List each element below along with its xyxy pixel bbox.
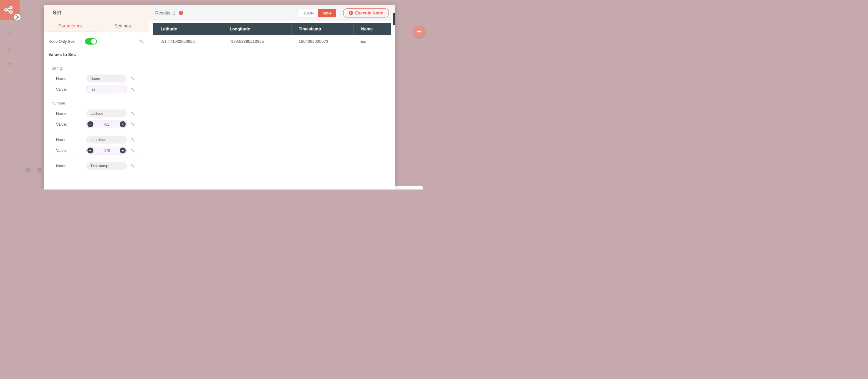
table-header-row: Latitude Longitude Timestamp Name	[153, 23, 391, 35]
field-label: Value:	[56, 87, 83, 92]
increment-button[interactable]: +	[120, 148, 126, 154]
number-name-row: Name:	[49, 108, 144, 119]
node-edit-modal: Set Parameters Settings Keep Only Set: V…	[44, 5, 395, 189]
stepper-value: -51	[104, 122, 109, 127]
svg-point-19	[133, 124, 134, 126]
svg-point-0	[5, 9, 7, 11]
gear-icon[interactable]	[130, 87, 135, 92]
number-value-stepper[interactable]: − -51 +	[86, 121, 127, 128]
number-value-stepper[interactable]: − -179 +	[86, 147, 127, 155]
string-name-input[interactable]	[86, 75, 127, 83]
svg-rect-3	[9, 31, 10, 32]
increment-button[interactable]: +	[120, 121, 126, 127]
cell-name: iss	[353, 35, 391, 48]
number-name-input[interactable]	[86, 162, 127, 170]
number-value-row: Value: − -51 +	[49, 119, 144, 130]
view-table-button[interactable]: Table	[318, 9, 336, 17]
values-to-set-label: Values to Set:	[49, 52, 144, 60]
divider	[54, 132, 144, 132]
svg-rect-5	[11, 34, 12, 35]
field-label: Name:	[56, 137, 83, 142]
node-title: Set	[44, 9, 149, 20]
zoom-in-button[interactable]	[24, 166, 33, 175]
panel-tabs: Parameters Settings	[44, 20, 149, 32]
svg-point-22	[131, 149, 133, 150]
cell-timestamp: 1604392020073	[291, 35, 353, 48]
gear-icon[interactable]	[130, 122, 135, 127]
expand-sidebar-button[interactable]	[14, 14, 21, 21]
results-table: Latitude Longitude Timestamp Name -51.47…	[153, 23, 391, 48]
number-name-row: Name:	[49, 161, 144, 171]
tab-parameters[interactable]: Parameters	[44, 20, 96, 32]
svg-point-21	[133, 140, 134, 141]
workflow-icon[interactable]	[7, 30, 13, 36]
executions-icon[interactable]	[7, 62, 13, 67]
field-label: Value:	[56, 148, 83, 153]
help-icon[interactable]: ?	[7, 78, 13, 84]
svg-point-23	[133, 151, 134, 152]
tab-settings[interactable]: Settings	[96, 20, 149, 32]
credentials-icon[interactable]	[7, 46, 13, 52]
col-latitude: Latitude	[153, 23, 222, 35]
keep-only-set-label: Keep Only Set:	[49, 39, 75, 44]
zoom-controls	[24, 166, 44, 175]
gear-icon[interactable]	[139, 39, 144, 44]
number-value-row: Value: − -179 +	[49, 145, 144, 156]
number-section-label: Number:	[52, 101, 144, 108]
execute-label: Execute Node	[355, 10, 383, 15]
svg-point-24	[131, 164, 133, 166]
divider	[54, 158, 144, 158]
parameters-panel: Set Parameters Settings Keep Only Set: V…	[44, 5, 149, 189]
stepper-value: -179	[103, 149, 110, 153]
svg-point-17	[133, 114, 134, 115]
svg-point-10	[140, 40, 141, 41]
svg-point-1	[10, 6, 12, 9]
cell-latitude: -51.471032950925	[153, 35, 222, 48]
view-toggle: JSON Table	[299, 9, 336, 18]
string-section-label: String:	[52, 66, 144, 73]
svg-point-2	[10, 11, 12, 13]
table-row: -51.471032950925 -179.58365213365 160439…	[153, 35, 391, 48]
gear-icon[interactable]	[130, 137, 135, 143]
results-panel: Results: 1 i JSON Table Execute Node Lat…	[149, 5, 395, 189]
string-value-input[interactable]	[86, 86, 127, 93]
execute-node-button[interactable]: Execute Node	[343, 8, 389, 18]
cell-longitude: -179.58365213365	[222, 35, 291, 48]
svg-point-18	[131, 123, 133, 124]
svg-point-13	[133, 78, 134, 80]
app-logo[interactable]	[0, 0, 20, 20]
number-name-input[interactable]	[86, 136, 127, 144]
field-label: Value:	[56, 122, 83, 127]
field-label: Name:	[56, 164, 83, 168]
play-icon	[349, 11, 353, 15]
add-node-button[interactable]	[413, 26, 425, 37]
number-name-row: Name:	[49, 134, 144, 145]
params-body: Keep Only Set: Values to Set: String: Na…	[44, 32, 149, 189]
left-rail: ?	[0, 0, 20, 189]
svg-point-20	[131, 138, 133, 139]
decrement-button[interactable]: −	[87, 121, 93, 127]
view-json-button[interactable]: JSON	[299, 9, 318, 17]
zoom-out-button[interactable]	[36, 166, 44, 175]
number-name-input[interactable]	[86, 110, 127, 118]
field-label: Name:	[56, 111, 83, 116]
info-icon[interactable]: i	[179, 11, 183, 15]
results-bar: Results: 1 i JSON Table Execute Node	[149, 5, 395, 21]
close-button[interactable]	[393, 13, 395, 25]
keep-only-set-row: Keep Only Set:	[49, 37, 144, 46]
svg-point-25	[133, 166, 134, 167]
keep-only-set-toggle[interactable]	[85, 38, 97, 44]
gear-icon[interactable]	[130, 76, 135, 81]
gear-icon[interactable]	[130, 111, 135, 116]
gear-icon[interactable]	[130, 163, 135, 169]
svg-point-14	[131, 88, 133, 89]
panel-header: Set Parameters Settings	[44, 5, 149, 32]
svg-point-16	[131, 112, 133, 113]
string-value-row: Value:	[49, 84, 144, 95]
results-count: Results: 1	[155, 10, 176, 16]
col-timestamp: Timestamp	[291, 23, 353, 35]
svg-point-12	[131, 77, 133, 78]
gear-icon[interactable]	[130, 148, 135, 153]
svg-point-11	[142, 41, 143, 43]
decrement-button[interactable]: −	[87, 148, 93, 154]
